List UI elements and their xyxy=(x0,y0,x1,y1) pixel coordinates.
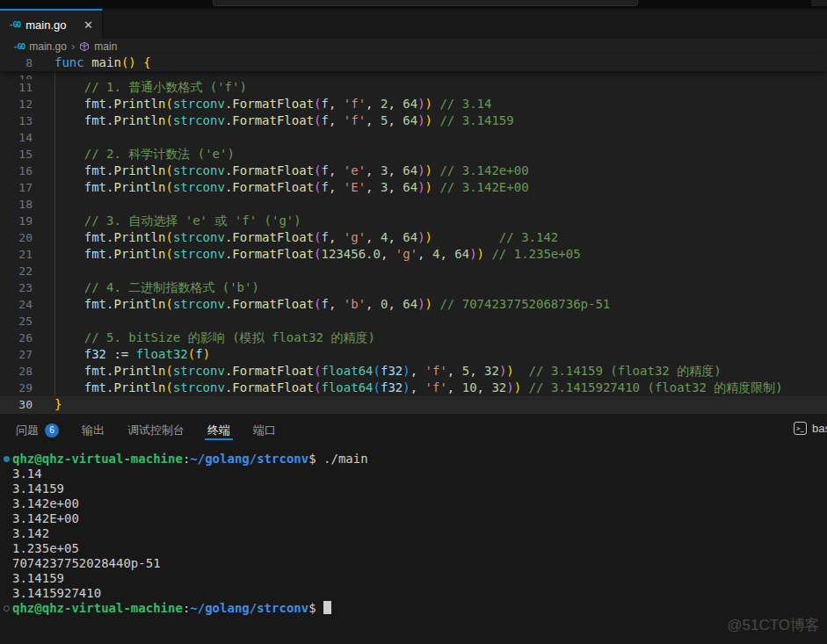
breadcrumb-item-file[interactable]: main.go xyxy=(29,40,67,53)
panel-tabs: 问题6输出调试控制台终端端口 xyxy=(0,414,827,446)
line-content: // 1. 普通小数格式 ('f') xyxy=(33,79,247,96)
line-number: 22 xyxy=(0,263,33,279)
code-line[interactable]: 30} xyxy=(0,396,827,413)
token: 123456.0 xyxy=(322,247,381,261)
terminal-line: 3.14 xyxy=(0,467,827,481)
command-decoration xyxy=(0,571,12,586)
terminal-text: 3.14 xyxy=(12,467,42,481)
code-line[interactable]: 28 fmt.Println(strconv.FormatFloat(float… xyxy=(0,363,827,380)
tab-main-go[interactable]: -GO main.go ✕ xyxy=(0,9,103,39)
command-success-icon[interactable] xyxy=(4,456,10,462)
panel-tab-终端[interactable]: 终端 xyxy=(207,414,230,446)
line-content: fmt.Println(strconv.FormatFloat(f, 'b', … xyxy=(33,296,610,313)
breadcrumb-item-symbol[interactable]: main xyxy=(94,40,117,53)
token: Println xyxy=(113,364,165,378)
token: f32 xyxy=(381,380,403,394)
token: ) xyxy=(477,247,484,261)
code-line[interactable]: 20 fmt.Println(strconv.FormatFloat(f, 'g… xyxy=(0,229,827,246)
sticky-scroll[interactable]: 8func main() { xyxy=(0,54,827,71)
code-line[interactable]: 29 fmt.Println(strconv.FormatFloat(float… xyxy=(0,380,827,396)
clipped-line: 10 xyxy=(0,71,827,79)
token: // 5. bitSize 的影响 (模拟 float32 的精度) xyxy=(54,330,375,344)
token: ) xyxy=(425,180,432,194)
token: ( xyxy=(165,247,172,261)
token: FormatFloat xyxy=(232,247,314,261)
token: // 3.1415927410 (float32 的精度限制) xyxy=(521,380,783,394)
token: Println xyxy=(113,247,165,261)
code-line[interactable]: 23 // 4. 二进制指数格式 ('b') xyxy=(0,279,827,296)
code-line[interactable]: 26 // 5. bitSize 的影响 (模拟 float32 的精度) xyxy=(0,329,827,346)
token: , xyxy=(447,364,462,378)
panel-tab-问题[interactable]: 问题6 xyxy=(16,414,59,446)
code-line[interactable]: 13 fmt.Println(strconv.FormatFloat(f, 'f… xyxy=(0,112,827,129)
token: 64 xyxy=(403,297,417,311)
code-line[interactable]: 21 fmt.Println(strconv.FormatFloat(12345… xyxy=(0,246,827,263)
token: Println xyxy=(113,380,165,394)
code-editor[interactable]: 8func main() { 10 11 // 1. 普通小数格式 ('f')1… xyxy=(0,54,827,413)
code-line[interactable]: 27 f32 := float32(f) xyxy=(0,346,827,363)
line-content: fmt.Println(strconv.FormatFloat(f, 'g', … xyxy=(33,229,558,246)
shell-label: bas xyxy=(812,422,827,435)
command-center[interactable] xyxy=(213,0,638,6)
code-line[interactable]: 16 fmt.Println(strconv.FormatFloat(f, 'e… xyxy=(0,163,827,179)
token: 3.142E+00 xyxy=(12,511,79,525)
token: strconv xyxy=(173,247,225,261)
panel-tab-端口[interactable]: 端口 xyxy=(253,414,276,446)
token: ( xyxy=(165,97,172,111)
token: , xyxy=(388,113,403,127)
line-number: 18 xyxy=(0,196,33,213)
terminal-line: 3.142E+00 xyxy=(0,511,827,526)
token: , xyxy=(329,230,344,244)
code-line[interactable]: 24 fmt.Println(strconv.FormatFloat(f, 'b… xyxy=(0,296,827,313)
terminal-cursor xyxy=(323,601,331,614)
code-line[interactable]: 8func main() { xyxy=(0,54,827,71)
line-content: fmt.Println(strconv.FormatFloat(float64(… xyxy=(33,380,783,396)
code-line[interactable]: 14 xyxy=(0,129,827,146)
token: ) xyxy=(425,230,432,244)
code-line[interactable]: 18 xyxy=(0,196,827,213)
token: ( xyxy=(314,230,321,244)
code-line[interactable]: 22 xyxy=(0,263,827,279)
token: strconv xyxy=(173,230,225,244)
code-line[interactable]: 10 xyxy=(0,71,827,79)
token: main xyxy=(91,55,121,69)
token: ) xyxy=(425,113,432,127)
token: FormatFloat xyxy=(232,380,314,394)
token: // 1. 普通小数格式 ('f') xyxy=(54,80,247,94)
code-line[interactable]: 17 fmt.Println(strconv.FormatFloat(f, 'E… xyxy=(0,179,827,196)
panel-tab-label: 终端 xyxy=(207,423,230,438)
panel-tab-输出[interactable]: 输出 xyxy=(82,414,105,446)
code-line[interactable]: 19 // 3. 自动选择 'e' 或 'f' ('g') xyxy=(0,213,827,229)
token: qhz@qhz-virtual-machine xyxy=(12,452,183,466)
code-lines: 11 // 1. 普通小数格式 ('f')12 fmt.Println(strc… xyxy=(0,79,827,413)
token: ( xyxy=(314,364,321,378)
line-number: 24 xyxy=(0,296,33,313)
line-content: func main() { xyxy=(33,54,151,71)
line-content xyxy=(33,196,54,213)
code-line[interactable]: 25 xyxy=(0,313,827,329)
command-pending-icon[interactable] xyxy=(4,605,10,611)
code-line[interactable]: 15 // 2. 科学计数法 ('e') xyxy=(0,146,827,163)
panel-tab-label: 问题 xyxy=(16,423,39,438)
panel-tab-调试控制台[interactable]: 调试控制台 xyxy=(127,414,185,446)
terminal-profile[interactable]: >_ bas xyxy=(794,422,827,435)
terminal-line: 3.14159 xyxy=(0,481,827,496)
token: float32 xyxy=(136,347,188,361)
token: ( xyxy=(314,163,321,177)
token: 64 xyxy=(403,180,417,194)
token: ) xyxy=(417,97,424,111)
code-line[interactable]: 11 // 1. 普通小数格式 ('f') xyxy=(0,79,827,96)
token: strconv xyxy=(173,180,225,194)
token: 64 xyxy=(403,97,417,111)
command-decoration xyxy=(0,496,12,511)
token: , xyxy=(388,297,403,311)
code-line[interactable]: 12 fmt.Println(strconv.FormatFloat(f, 'f… xyxy=(0,96,827,112)
line-number: 30 xyxy=(0,396,33,413)
token: 1.235e+05 xyxy=(12,541,79,555)
token: // 3. 自动选择 'e' 或 'f' ('g') xyxy=(54,213,301,228)
terminal[interactable]: qhz@qhz-virtual-machine:~/golang/strconv… xyxy=(0,446,827,616)
close-icon[interactable]: ✕ xyxy=(83,18,93,32)
token: ) xyxy=(403,364,410,378)
token: f xyxy=(322,97,329,111)
token: Println xyxy=(113,297,165,311)
